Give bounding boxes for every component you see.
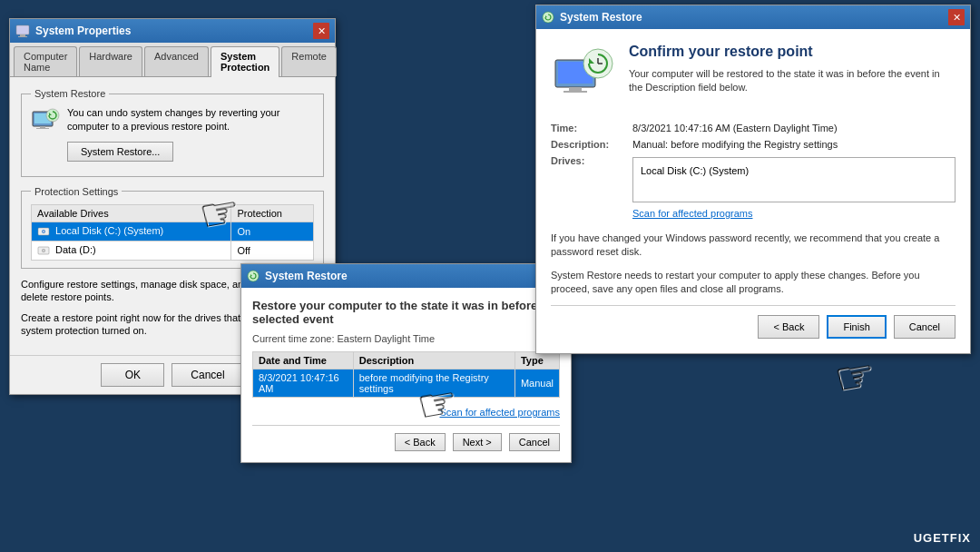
system-restore-dialog-icon [247,270,260,282]
scan-affected-programs-link[interactable]: Scan for affected programs [632,208,956,219]
confirm-restore-buttons: < Back Finish Cancel [551,305,956,339]
sys-props-title-icon [15,24,30,38]
svg-point-11 [43,231,44,232]
timezone-text: Current time zone: Eastern Daylight Time [252,333,560,344]
cancel-button[interactable]: Cancel [172,363,243,387]
confirm-restore-heading: Confirm your restore point [629,44,956,60]
drive-d-cell: Data (D:) [32,241,231,260]
protection-settings-legend: Protection Settings [31,186,122,197]
svg-point-15 [248,271,259,281]
tab-computer-name[interactable]: Computer Name [14,46,77,76]
system-restore-dialog: System Restore ✕ Restore your computer t… [240,263,572,463]
restore-table: Date and Time Description Type 8/3/2021 … [252,351,560,398]
header-available-drives: Available Drives [32,204,231,222]
restore-small-buttons: < Back Next > Cancel [252,425,560,451]
watermark: UGETFIX [914,531,971,545]
cursor-hand-3: ☞ [831,350,879,402]
svg-point-14 [43,250,44,251]
system-restore-description: You can undo system changes by reverting… [67,106,314,134]
confirm-restore-details: Time: 8/3/2021 10:47:16 AM (Eastern Dayl… [551,123,956,219]
warning2-text: System Restore needs to restart your com… [551,269,956,297]
protection-settings-section: Protection Settings Available Drives Pro… [21,186,324,269]
system-restore-section: System Restore You can undo system chang… [21,88,324,177]
svg-point-17 [543,12,554,23]
system-restore-dialog-content: Restore your computer to the state it wa… [241,288,571,462]
confirm-restore-icon [551,44,614,107]
drive-d-icon [37,244,50,257]
confirm-restore-title-icon [542,11,554,24]
drives-value: Local Disk (C:) (System) [641,165,749,176]
configure-description: Configure restore settings, manage disk … [21,278,272,304]
svg-rect-1 [20,34,25,36]
tab-advanced[interactable]: Advanced [144,46,209,76]
back-button-small[interactable]: < Back [395,433,446,451]
restore-table-header-date: Date and Time [253,352,354,370]
system-properties-title: System Properties [35,25,131,37]
restore-table-row[interactable]: 8/3/2021 10:47:16 AM before modifying th… [253,370,560,398]
system-restore-icon [31,106,60,135]
description-label: Description: [551,139,623,150]
tab-hardware[interactable]: Hardware [79,46,142,76]
svg-rect-22 [564,91,587,93]
svg-rect-2 [18,36,27,37]
warning1-text: If you have changed your Windows passwor… [551,232,956,260]
back-button-confirm[interactable]: < Back [758,315,819,339]
confirm-restore-subtitle: Your computer will be restored to the st… [629,67,956,95]
drives-label: Drives: [551,155,623,219]
svg-rect-0 [16,25,29,34]
system-properties-title-bar: System Properties ✕ [10,19,335,43]
ok-button[interactable]: OK [101,363,164,387]
confirm-restore-close-button[interactable]: ✕ [948,9,965,25]
tab-remote[interactable]: Remote [281,46,337,76]
confirm-restore-title-bar: System Restore ✕ [536,5,970,29]
restore-header-text: Restore your computer to the state it wa… [252,299,560,326]
svg-point-7 [46,109,59,122]
cancel-button-small[interactable]: Cancel [509,433,560,451]
restore-table-header-type: Type [514,352,559,370]
description-value: Manual: before modifying the Registry se… [632,139,956,150]
drive-c-icon [37,225,50,238]
protection-table: Available Drives Protection Local Disk ( [31,204,314,261]
restore-table-header-desc: Description [353,352,514,370]
table-row[interactable]: Data (D:) Off [32,241,314,260]
system-restore-legend: System Restore [31,88,109,99]
system-restore-button[interactable]: System Restore... [67,142,173,162]
time-label: Time: [551,123,623,133]
svg-rect-6 [36,128,49,129]
confirm-restore-content: Time: 8/3/2021 10:47:16 AM (Eastern Dayl… [536,108,970,354]
svg-rect-5 [40,126,45,128]
table-row[interactable]: Local Disk (C:) (System) On [32,222,314,241]
system-properties-close-button[interactable]: ✕ [313,23,329,39]
header-protection: Protection [231,204,314,222]
tab-bar: Computer Name Hardware Advanced System P… [10,43,335,77]
drives-area: Local Disk (C:) (System) Scan for affect… [632,155,956,219]
confirm-restore-heading-area: Confirm your restore point Your computer… [629,44,956,108]
drive-c-cell: Local Disk (C:) (System) [32,222,231,241]
confirm-restore-icon-area [551,44,614,107]
drives-box: Local Disk (C:) (System) [632,157,956,202]
confirm-restore-header-area: Confirm your restore point Your computer… [536,29,970,108]
scan-affected-programs-link-small[interactable]: Scan for affected programs [252,407,560,418]
finish-button[interactable]: Finish [827,315,886,339]
cancel-button-confirm[interactable]: Cancel [894,315,956,339]
system-restore-dialog-title: System Restore [265,270,348,282]
next-button-small[interactable]: Next > [453,433,502,451]
confirm-restore-window: System Restore ✕ Confirm your restore po… [535,5,971,354]
system-restore-title-bar: System Restore ✕ [241,264,571,288]
svg-rect-21 [569,87,582,91]
tab-system-protection[interactable]: System Protection [211,46,279,77]
confirm-restore-title: System Restore [560,11,642,24]
time-value: 8/3/2021 10:47:16 AM (Eastern Daylight T… [632,123,956,133]
